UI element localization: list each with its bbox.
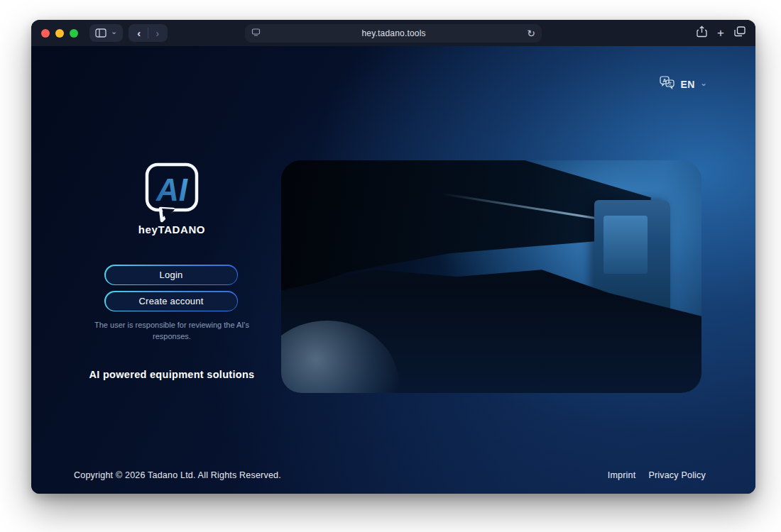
share-icon[interactable] bbox=[697, 26, 707, 40]
language-chevron-icon: ⌄ bbox=[700, 78, 707, 88]
page-format-icon[interactable] bbox=[251, 27, 261, 40]
logo-letters-ai: AI bbox=[155, 172, 188, 207]
window-controls bbox=[41, 29, 78, 38]
tab-overview-icon[interactable] bbox=[734, 26, 746, 40]
tagline-text: AI powered equipment solutions bbox=[72, 369, 271, 380]
forward-button[interactable]: › bbox=[153, 28, 162, 38]
url-text[interactable]: hey.tadano.tools bbox=[261, 28, 527, 38]
svg-text:文: 文 bbox=[668, 81, 672, 86]
minimize-window-button[interactable] bbox=[55, 29, 64, 38]
sidebar-icon bbox=[95, 28, 106, 38]
language-code[interactable]: EN bbox=[680, 79, 694, 90]
nav-buttons: ‹ › bbox=[129, 24, 168, 42]
language-selector[interactable]: A 文 EN ⌄ bbox=[660, 76, 707, 92]
back-button[interactable]: ‹ bbox=[134, 28, 143, 38]
create-account-button-label[interactable]: Create account bbox=[106, 292, 237, 311]
footer-links: Imprint Privacy Policy bbox=[608, 470, 706, 480]
login-button-label[interactable]: Login bbox=[106, 266, 237, 284]
login-button[interactable]: Login bbox=[104, 265, 238, 285]
create-account-button[interactable]: Create account bbox=[104, 291, 238, 311]
imprint-link[interactable]: Imprint bbox=[608, 470, 636, 480]
chevron-down-icon[interactable]: ⌄ bbox=[111, 27, 117, 36]
browser-titlebar: ⌄ ‹ › hey.tadano.tools ↻ bbox=[31, 20, 755, 46]
ai-disclaimer-text: The user is responsible for reviewing th… bbox=[94, 320, 250, 343]
hero-crane-image bbox=[281, 160, 701, 393]
privacy-policy-link[interactable]: Privacy Policy bbox=[648, 470, 706, 480]
app-name: heyTADANO bbox=[72, 223, 271, 235]
svg-text:A: A bbox=[663, 78, 667, 83]
browser-window: ⌄ ‹ › hey.tadano.tools ↻ bbox=[31, 20, 755, 494]
sidebar-toggle[interactable]: ⌄ bbox=[89, 24, 123, 42]
page-content: A 文 EN ⌄ bbox=[31, 46, 755, 494]
new-tab-button[interactable]: + bbox=[717, 27, 724, 39]
address-bar[interactable]: hey.tadano.tools ↻ bbox=[245, 24, 542, 43]
translate-icon: A 文 bbox=[660, 76, 675, 92]
zoom-window-button[interactable] bbox=[70, 29, 78, 38]
nav-divider bbox=[148, 28, 148, 38]
close-window-button[interactable] bbox=[41, 29, 50, 38]
titlebar-right-actions: + bbox=[697, 26, 746, 40]
app-logo: AI bbox=[145, 162, 199, 226]
copyright-text: Copyright © 2026 Tadano Ltd. All Rights … bbox=[74, 470, 281, 480]
hero-cab-window bbox=[604, 216, 648, 274]
reload-icon[interactable]: ↻ bbox=[527, 28, 535, 39]
